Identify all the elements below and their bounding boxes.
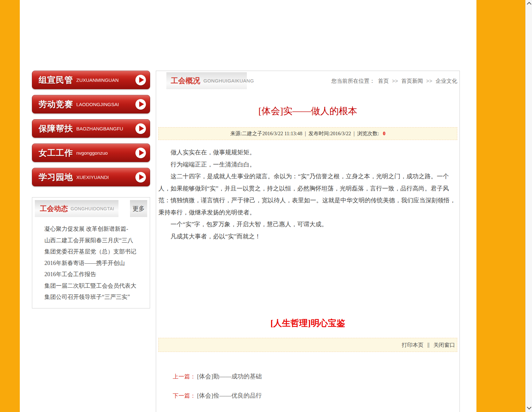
meta-publish-date: 发布时间:2016/3/22 (308, 130, 351, 137)
article-paragraph: 做人实实在在，做事规规矩矩。 (158, 146, 457, 159)
play-icon (135, 75, 146, 85)
sidebar-button-pinyin: nvgonggonzuo (76, 150, 108, 156)
news-list-item[interactable]: 集团一届二次职工暨工会会员代表大 (44, 280, 147, 292)
play-icon (135, 172, 146, 183)
more-link[interactable]: 更多 (130, 200, 147, 217)
breadcrumb-separator: >> (392, 78, 398, 84)
sidebar-button-label: 保障帮扶 (39, 123, 73, 134)
union-news-title: 工会动态 (40, 204, 68, 214)
breadcrumb-news[interactable]: 首页新闻 (401, 77, 423, 85)
sidebar: 组宣民管 ZUXUANMINGUAN 劳动竞赛 LAODONGJINGSAI 保… (32, 71, 150, 308)
meta-divider: | (305, 131, 306, 136)
news-list-item[interactable]: 集团党委召开基层党（总）支部书记 (44, 246, 147, 258)
breadcrumb-prefix: 您当前所在位置： (331, 77, 375, 85)
union-news-pinyin: GONGHUIDONGTAI (71, 206, 114, 211)
breadcrumb-category[interactable]: 企业文化 (436, 77, 457, 85)
sidebar-button-nvgonggongzuo[interactable]: 女工工作 nvgonggonzuo (32, 144, 150, 162)
article-toolbar: 打印本页 || 关闭窗口 (158, 338, 457, 352)
play-icon (135, 99, 146, 110)
next-article-link[interactable]: [体会]俭——优良的品行 (197, 392, 262, 399)
play-icon (135, 148, 146, 158)
meta-views-count: 0 (383, 131, 385, 136)
sidebar-button-zuxuanminguan[interactable]: 组宣民管 ZUXUANMINGUAN (32, 71, 150, 89)
sidebar-button-laodongjingsai[interactable]: 劳动竞赛 LAODONGJINGSAI (32, 95, 150, 113)
chevron-down-icon (527, 405, 531, 409)
sidebar-button-label: 劳动竞赛 (39, 99, 73, 110)
section-title-block: 工会概况 GONGHUIGAIKUANG (166, 72, 247, 89)
article-paragraph: 这二十四字，是成就人生事业的箴言。余以为：“实”乃信誉之根，立身之本，光明之门，… (158, 170, 457, 218)
sidebar-button-label: 学习园地 (39, 172, 73, 183)
panel-header: 工会概况 GONGHUIGAIKUANG 您当前所在位置： 首页 >> 首页新闻… (158, 72, 457, 89)
vertical-spacer (158, 242, 457, 317)
union-news-header: 工会动态 GONGHUIDONGTAI 更多 (35, 200, 147, 217)
news-list-item[interactable]: 凝心聚力促发展 改革创新谱新篇- (44, 223, 147, 235)
news-list-item[interactable]: 2016年新春寄语——携手开创山 (44, 258, 147, 269)
union-news-box: 工会动态 GONGHUIDONGTAI 更多 凝心聚力促发展 改革创新谱新篇- … (32, 197, 150, 308)
sidebar-button-baozhangbangfu[interactable]: 保障帮扶 BAOZHANGBANGFU (32, 119, 150, 138)
play-icon (135, 123, 146, 134)
breadcrumb-separator: >> (426, 78, 432, 84)
page: { "theme": { "edge_color": "#F9A90B", "b… (0, 0, 532, 412)
scroll-down-button[interactable] (526, 404, 532, 412)
meta-views-label: 浏览次数: (357, 130, 379, 137)
article-body: 做人实实在在，做事规规矩矩。 行为端端正正，一生清清白白。 这二十四字，是成就人… (158, 146, 457, 242)
breadcrumb: 您当前所在位置： 首页 >> 首页新闻 >> 企业文化 (331, 77, 457, 85)
news-list-item[interactable]: 山西二建工会开展阳春三月庆“三八 (44, 235, 147, 246)
vertical-scrollbar[interactable] (525, 0, 532, 412)
toolbar-separator: || (427, 342, 429, 348)
article-paragraph: 一个“实”字，包罗万象，开启大智，慧己惠人，可谓大成。 (158, 218, 457, 230)
union-news-list: 凝心聚力促发展 改革创新谱新篇- 山西二建工会开展阳春三月庆“三八 集团党委召开… (35, 223, 147, 303)
sidebar-button-label: 组宣民管 (39, 74, 73, 86)
union-news-title-block: 工会动态 GONGHUIDONGTAI (35, 200, 118, 217)
chevron-up-icon (527, 2, 531, 6)
section-pinyin: GONGHUIGAIKUANG (203, 78, 254, 83)
article-paragraph: 行为端端正正，一生清清白白。 (158, 159, 457, 171)
news-list-item[interactable]: 集团公司召开领导班子“三严三实” (44, 292, 147, 303)
article-title: [体会]实——做人的根本 (158, 105, 457, 118)
sidebar-button-pinyin: XUEXIYUANDI (76, 175, 109, 180)
section-title: 工会概况 (171, 76, 200, 86)
next-article-row: 下一篇： [体会]俭——优良的品行 (158, 392, 457, 400)
news-list-item[interactable]: 2016年工会工作报告 (44, 269, 147, 280)
previous-article-link[interactable]: [体会]勤——成功的基础 (197, 373, 262, 380)
left-edge-decoration (0, 0, 20, 412)
meta-divider: | (353, 131, 354, 136)
sidebar-button-pinyin: BAOZHANGBANGFU (76, 126, 123, 131)
main-content-panel: 工会概况 GONGHUIGAIKUANG 您当前所在位置： 首页 >> 首页新闻… (156, 71, 460, 412)
article-highlight-heading: [人生哲理]明心宝鉴 (158, 317, 457, 329)
breadcrumb-home[interactable]: 首页 (378, 77, 389, 85)
article-meta-bar: 来源:二建之子2016/3/22 11:13:48 | 发布时间:2016/3/… (158, 127, 457, 140)
right-edge-decoration (476, 0, 525, 412)
previous-article-label: 上一篇： (173, 373, 196, 380)
previous-article-row: 上一篇： [体会]勤——成功的基础 (158, 372, 457, 381)
scroll-up-button[interactable] (526, 0, 532, 8)
close-window-link[interactable]: 关闭窗口 (433, 341, 455, 349)
next-article-label: 下一篇： (173, 393, 196, 399)
article-paragraph: 凡成其大事者，必以“实”而就之！ (158, 230, 457, 243)
sidebar-button-label: 女工工作 (39, 147, 73, 159)
sidebar-button-pinyin: ZUXUANMINGUAN (76, 77, 119, 83)
meta-source: 来源:二建之子2016/3/22 11:13:48 (230, 130, 302, 137)
print-page-link[interactable]: 打印本页 (402, 341, 423, 349)
sidebar-button-pinyin: LAODONGJINGSAI (76, 102, 119, 107)
sidebar-button-xuexiyuandi[interactable]: 学习园地 XUEXIYUANDI (32, 168, 150, 186)
